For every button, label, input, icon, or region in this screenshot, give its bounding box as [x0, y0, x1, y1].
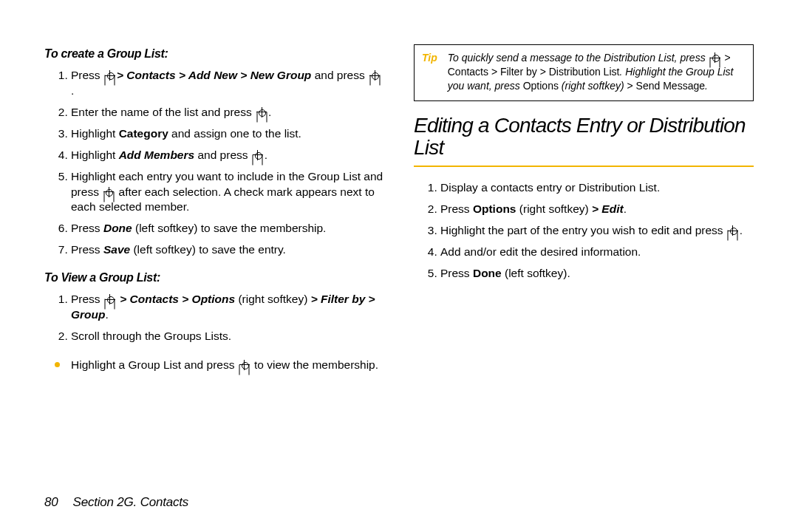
- step: Press Done (left softkey).: [440, 266, 754, 282]
- step: Press Done (left softkey) to save the me…: [71, 221, 384, 236]
- step: Highlight the part of the entry you wish…: [440, 223, 754, 239]
- step: Highlight each entry you want to include…: [71, 169, 384, 216]
- page-number: 80: [44, 495, 58, 510]
- nav-icon: [253, 150, 263, 160]
- step: Display a contacts entry or Distribution…: [440, 180, 754, 196]
- nav-path: > Contacts > Options: [117, 293, 235, 305]
- nav-icon: [256, 107, 267, 117]
- section-label: Section 2G. Contacts: [73, 495, 189, 510]
- nav-icon: [103, 187, 114, 197]
- subhead-create-group: To create a Group List:: [44, 47, 384, 61]
- nav-icon: [369, 70, 380, 81]
- step: Add and/or edit the desired information.: [440, 245, 754, 260]
- two-column-layout: To create a Group List: Press > Contacts…: [44, 44, 754, 488]
- divider: [414, 166, 754, 167]
- step: Highlight Add Members and press .: [71, 148, 384, 163]
- tip-label: Tip: [422, 51, 437, 93]
- nav-path: > Contacts > Add New > New Group: [117, 69, 311, 81]
- right-column: Tip To quickly send a message to the Dis…: [414, 44, 754, 488]
- tip-box: Tip To quickly send a message to the Dis…: [414, 44, 754, 101]
- create-group-steps: Press > Contacts > Add New > New Group a…: [44, 68, 384, 258]
- nav-icon: [105, 294, 115, 304]
- page-footer: 80 Section 2G. Contacts: [44, 488, 754, 510]
- step: Scroll through the Groups Lists.: [71, 329, 384, 344]
- view-group-steps: Press > Contacts > Options (right softke…: [44, 292, 384, 344]
- tip-body: To quickly send a message to the Distrib…: [448, 51, 746, 93]
- left-column: To create a Group List: Press > Contacts…: [44, 44, 384, 488]
- step: Enter the name of the list and press .: [71, 105, 384, 120]
- nav-icon: [728, 225, 738, 236]
- manual-page: To create a Group List: Press > Contacts…: [0, 0, 798, 532]
- step: Press > Contacts > Options (right softke…: [71, 292, 384, 323]
- section-title: Editing a Contacts Entry or Distribution…: [414, 115, 754, 160]
- nav-icon: [239, 360, 250, 370]
- step: Press Save (left softkey) to save the en…: [71, 242, 384, 258]
- view-group-bullet: Highlight a Group List and press to view…: [44, 358, 384, 373]
- step: Highlight Category and assign one to the…: [71, 126, 384, 142]
- list-item: Highlight a Group List and press to view…: [50, 358, 384, 373]
- nav-icon: [105, 70, 115, 81]
- step: Press > Contacts > Add New > New Group a…: [71, 68, 384, 99]
- nav-icon: [710, 52, 720, 63]
- edit-steps: Display a contacts entry or Distribution…: [414, 180, 754, 282]
- subhead-view-group: To View a Group List:: [44, 271, 384, 284]
- step: Press Options (right softkey) > Edit.: [440, 202, 754, 217]
